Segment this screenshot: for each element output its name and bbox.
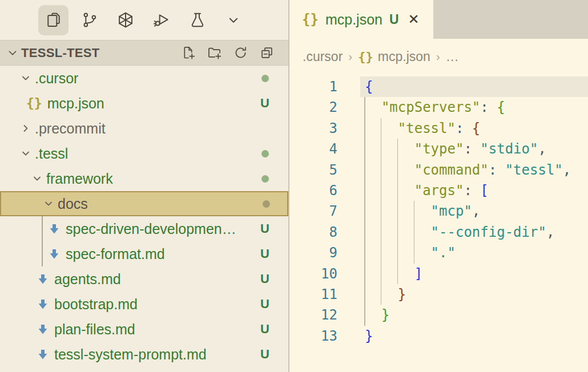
code-line[interactable]: 4"type": "stdio", <box>289 139 588 159</box>
debug-icon[interactable] <box>146 5 176 35</box>
token-str: "." <box>431 245 456 261</box>
breadcrumb-file[interactable]: mcp.json <box>378 49 430 64</box>
code-line[interactable]: 2"mcpServers": { <box>289 97 588 118</box>
tree-file-plan-files-md[interactable]: plan-files.mdU <box>0 317 288 342</box>
token-key: "args" <box>414 183 464 199</box>
code-line[interactable]: 3"tessl": { <box>289 118 588 139</box>
chevron-down-icon <box>43 199 54 209</box>
new-file-icon[interactable] <box>180 45 196 60</box>
indent-guide <box>397 222 398 242</box>
activity-bar <box>0 0 288 40</box>
chevron-down-icon[interactable] <box>218 5 248 35</box>
line-number: 11 <box>289 284 337 305</box>
modified-dot-badge <box>256 75 273 82</box>
tree-folder-tessl[interactable]: .tessl <box>0 141 288 166</box>
indent-guide <box>397 264 398 284</box>
token-b1: ] <box>414 266 422 282</box>
tree-folder-framework[interactable]: framework <box>0 166 288 191</box>
markdown-icon <box>37 273 49 285</box>
new-folder-icon[interactable] <box>207 45 222 60</box>
file-tree: .cursor{}mcp.jsonU.precommit.tesslframew… <box>0 66 288 372</box>
breadcrumb-symbol[interactable]: … <box>446 49 459 64</box>
code-line[interactable]: 8"--config-dir", <box>289 222 588 242</box>
tree-folder-precommit[interactable]: .precommit <box>0 116 288 141</box>
line-content: ] <box>360 264 588 284</box>
tree-file-mcp-json[interactable]: {}mcp.jsonU <box>0 91 288 116</box>
tree-file-tessl-system-prompt-md[interactable]: tessl-system-prompt.mdU <box>0 342 288 367</box>
tree-item-label: tessl-system-prompt.md <box>54 346 207 363</box>
tree-file-agents-md[interactable]: agents.mdU <box>0 266 288 292</box>
untracked-badge: U <box>256 246 273 261</box>
tree-folder-docs[interactable]: docs <box>0 191 288 216</box>
tree-item-label: mcp.json <box>47 95 104 112</box>
line-number: 8 <box>289 222 337 242</box>
collapse-all-icon[interactable] <box>259 45 275 60</box>
indent-guide <box>381 284 382 305</box>
line-number: 6 <box>289 180 337 201</box>
markdown-icon <box>48 223 61 235</box>
line-content: "tessl": { <box>360 118 588 139</box>
indent-guide <box>397 180 398 201</box>
code-line[interactable]: 6"args": [ <box>289 180 588 201</box>
code-line[interactable]: 13} <box>289 326 588 346</box>
tree-file-spec-driven-developmen[interactable]: spec-driven-developmen…U <box>0 216 288 241</box>
token-b1: [ <box>480 183 488 199</box>
code-line[interactable]: 7"mcp", <box>289 201 588 221</box>
refresh-icon[interactable] <box>233 45 248 60</box>
breadcrumb: .cursor › {} mcp.json › … <box>289 39 588 74</box>
line-number: 2 <box>289 97 337 118</box>
untracked-badge: U <box>256 322 273 337</box>
code-line[interactable]: 1{ <box>289 76 588 97</box>
code-line[interactable]: 12} <box>289 305 588 325</box>
close-icon[interactable]: ✕ <box>408 13 420 26</box>
current-line: { <box>360 76 588 97</box>
indent-guide <box>381 139 382 159</box>
indent-guide <box>414 222 415 242</box>
indent-guide <box>381 222 382 242</box>
tab-bar: {} mcp.json U ✕ <box>289 0 588 39</box>
indent-guide <box>364 242 365 263</box>
token-key: "command" <box>414 162 489 178</box>
token-b1: } <box>365 328 373 344</box>
breadcrumb-folder[interactable]: .cursor <box>303 49 343 64</box>
token-pun: , <box>538 141 546 157</box>
untracked-badge: U <box>256 272 273 286</box>
cube-icon[interactable] <box>110 5 140 35</box>
tree-file-bootstrap-md[interactable]: bootstrap.mdU <box>0 292 288 317</box>
code-line[interactable]: 10] <box>289 264 588 284</box>
line-content: "args": [ <box>360 180 588 201</box>
markdown-icon <box>37 323 49 335</box>
token-key: "tessl" <box>398 120 456 136</box>
indent-guide <box>397 139 398 159</box>
indent-guide <box>381 118 382 139</box>
tree-item-label: spec-format.md <box>66 246 165 262</box>
code-line[interactable]: 9"." <box>289 242 588 263</box>
explorer-files-icon[interactable] <box>38 5 69 35</box>
tree-file-spec-format-md[interactable]: spec-format.mdU <box>0 241 288 266</box>
token-key: "type" <box>414 141 464 157</box>
source-control-icon[interactable] <box>74 5 104 35</box>
token-b1: { <box>365 79 373 95</box>
untracked-badge: U <box>256 221 273 236</box>
line-number: 13 <box>289 326 337 346</box>
line-number: 9 <box>289 242 337 263</box>
line-content: "mcpServers": { <box>360 97 588 118</box>
indent-guide <box>364 305 365 325</box>
line-content: "." <box>360 242 588 263</box>
indent-guide <box>364 284 365 305</box>
line-content: "command": "tessl", <box>360 160 588 180</box>
token-pun: : <box>464 183 480 199</box>
json-icon: {} <box>302 11 319 27</box>
line-content: } <box>360 284 588 305</box>
explorer-section-header[interactable]: TESSL-TEST <box>0 40 288 66</box>
beaker-icon[interactable] <box>182 5 212 35</box>
token-b2: } <box>381 307 389 323</box>
tab-label: mcp.json <box>325 11 382 28</box>
code-line[interactable]: 11} <box>289 284 588 305</box>
tab-mcp-json[interactable]: {} mcp.json U ✕ <box>289 0 433 39</box>
tree-folder-cursor[interactable]: .cursor <box>0 66 288 91</box>
indent-guide <box>381 264 382 284</box>
indent-guide <box>364 160 365 180</box>
code-editor[interactable]: 1{2"mcpServers": {3"tessl": {4"type": "s… <box>289 74 588 372</box>
code-line[interactable]: 5"command": "tessl", <box>289 160 588 180</box>
